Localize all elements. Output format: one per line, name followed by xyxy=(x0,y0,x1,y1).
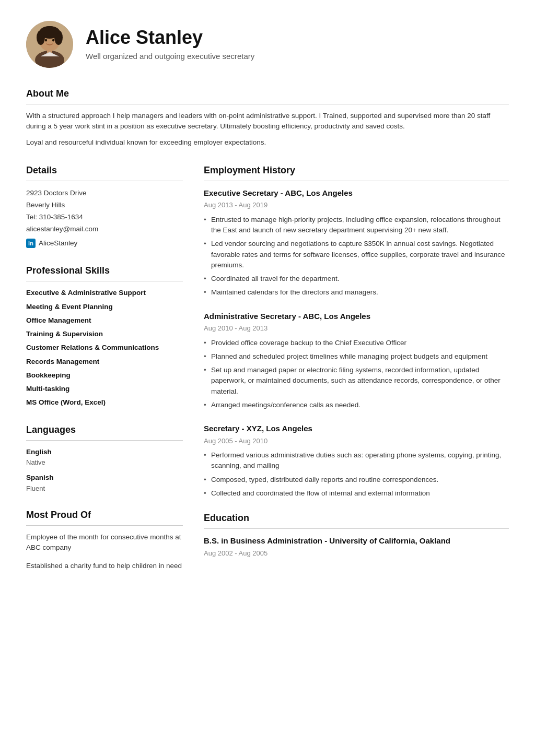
details-section-title: Details xyxy=(26,163,183,181)
about-paragraph-1: With a structured approach I help manage… xyxy=(26,111,509,132)
linkedin-handle: AliceStanley xyxy=(39,238,77,250)
edu-entry-1-title: B.S. in Business Administration - Univer… xyxy=(204,535,509,547)
linkedin-row: in AliceStanley xyxy=(26,238,183,250)
employment-section-title: Employment History xyxy=(204,163,509,181)
skills-section-title: Professional Skills xyxy=(26,264,183,281)
education-section: Education B.S. in Business Administratio… xyxy=(204,511,509,558)
job-2: Administrative Secretary - ABC, Los Ange… xyxy=(204,311,509,411)
skills-section: Professional Skills Executive & Administ… xyxy=(26,264,183,408)
skill-item: Meeting & Event Planning xyxy=(26,302,183,312)
job-3-dates: Aug 2005 - Aug 2010 xyxy=(204,436,509,446)
job-3-bullet-3: Collected and coordinated the flow of in… xyxy=(204,488,509,499)
job-2-bullet-4: Arranged meetings/conference calls as ne… xyxy=(204,400,509,410)
skill-item: Bookkeeping xyxy=(26,370,183,381)
resume-header: Alice Stanley Well organized and outgoin… xyxy=(26,21,509,68)
about-section: About Me With a structured approach I he… xyxy=(26,87,509,148)
job-2-bullets: Provided office coverage backup to the C… xyxy=(204,338,509,411)
job-3-bullets: Performed various administrative duties … xyxy=(204,450,509,499)
skill-item: Records Management xyxy=(26,357,183,367)
skill-item: Training & Supervision xyxy=(26,329,183,339)
job-2-title: Administrative Secretary - ABC, Los Ange… xyxy=(204,311,509,323)
job-1: Executive Secretary - ABC, Los Angeles A… xyxy=(204,187,509,298)
language-item-english: English Native xyxy=(26,447,183,468)
two-col-layout: Details 2923 Doctors Drive Beverly Hills… xyxy=(26,163,509,586)
job-2-bullet-1: Provided office coverage backup to the C… xyxy=(204,338,509,348)
job-1-bullet-2: Led vendor sourcing and negotiations to … xyxy=(204,239,509,270)
job-3-bullet-2: Composed, typed, distributed daily repor… xyxy=(204,475,509,485)
language-name: English xyxy=(26,447,183,457)
employment-section: Employment History Executive Secretary -… xyxy=(204,163,509,499)
languages-section: Languages English Native Spanish Fluent xyxy=(26,423,183,494)
job-2-dates: Aug 2010 - Aug 2013 xyxy=(204,323,509,334)
about-section-title: About Me xyxy=(26,87,509,104)
skill-item: Office Management xyxy=(26,315,183,326)
edu-entry-1-dates: Aug 2002 - Aug 2005 xyxy=(204,548,509,559)
email: alicestanley@mail.com xyxy=(26,223,183,235)
address-line2: Beverly Hills xyxy=(26,199,183,211)
job-1-bullet-4: Maintained calendars for the directors a… xyxy=(204,287,509,298)
skill-item: MS Office (Word, Excel) xyxy=(26,397,183,408)
proud-section: Most Proud Of Employee of the month for … xyxy=(26,508,183,571)
job-3-title: Secretary - XYZ, Los Angeles xyxy=(204,423,509,435)
avatar xyxy=(26,21,73,68)
proud-section-title: Most Proud Of xyxy=(26,508,183,526)
language-level: Fluent xyxy=(26,483,183,494)
left-column: Details 2923 Doctors Drive Beverly Hills… xyxy=(26,163,183,586)
linkedin-icon: in xyxy=(26,239,36,248)
svg-point-6 xyxy=(40,26,59,37)
job-1-title: Executive Secretary - ABC, Los Angeles xyxy=(204,187,509,199)
job-3-bullet-1: Performed various administrative duties … xyxy=(204,450,509,471)
job-3: Secretary - XYZ, Los Angeles Aug 2005 - … xyxy=(204,423,509,499)
candidate-name: Alice Stanley xyxy=(86,26,254,49)
details-section: Details 2923 Doctors Drive Beverly Hills… xyxy=(26,163,183,250)
job-1-bullet-1: Entrusted to manage high-priority projec… xyxy=(204,215,509,236)
education-section-title: Education xyxy=(204,511,509,529)
proud-item-1: Employee of the month for consecutive mo… xyxy=(26,532,183,553)
svg-point-7 xyxy=(45,39,47,42)
language-level: Native xyxy=(26,457,183,468)
candidate-subtitle: Well organized and outgoing executive se… xyxy=(86,51,254,63)
job-1-dates: Aug 2013 - Aug 2019 xyxy=(204,200,509,210)
right-column: Employment History Executive Secretary -… xyxy=(204,163,509,586)
job-2-bullet-3: Set up and managed paper or electronic f… xyxy=(204,365,509,397)
address-line1: 2923 Doctors Drive xyxy=(26,187,183,199)
header-info: Alice Stanley Well organized and outgoin… xyxy=(86,26,254,63)
language-name: Spanish xyxy=(26,473,183,483)
svg-point-8 xyxy=(52,39,54,42)
job-1-bullets: Entrusted to manage high-priority projec… xyxy=(204,215,509,298)
about-paragraph-2: Loyal and resourceful individual known f… xyxy=(26,137,509,148)
job-1-bullet-3: Coordinated all travel for the departmen… xyxy=(204,274,509,284)
skill-item: Multi-tasking xyxy=(26,384,183,394)
languages-section-title: Languages xyxy=(26,423,183,441)
tel: Tel: 310-385-1634 xyxy=(26,211,183,223)
skill-item: Customer Relations & Communications xyxy=(26,342,183,353)
language-item-spanish: Spanish Fluent xyxy=(26,473,183,493)
proud-item-2: Established a charity fund to help child… xyxy=(26,561,183,571)
skill-item: Executive & Administrative Support xyxy=(26,288,183,298)
job-2-bullet-2: Planned and scheduled project timelines … xyxy=(204,351,509,362)
